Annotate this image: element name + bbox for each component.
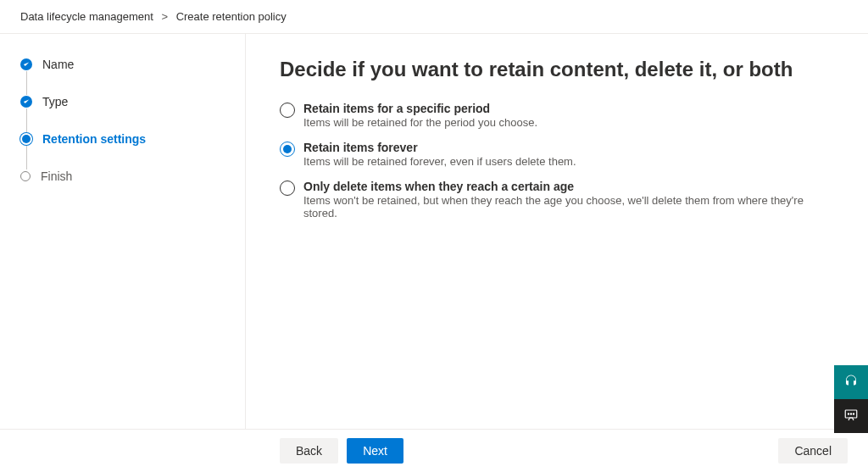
feedback-icon [843,408,859,425]
radio-icon [280,142,295,157]
breadcrumb: Data lifecycle management > Create reten… [0,0,868,34]
option-description: Items will be retained forever, even if … [303,155,576,168]
check-icon [20,96,32,108]
wizard-footer: Back Next Cancel [0,429,868,472]
page-title: Decide if you want to retain content, de… [280,58,834,81]
retention-options: Retain items for a specific period Items… [280,102,834,219]
option-retain-forever[interactable]: Retain items forever Items will be retai… [280,141,834,168]
back-button[interactable]: Back [280,438,338,464]
option-delete-only[interactable]: Only delete items when they reach a cert… [280,180,834,219]
wizard-stepper: Name Type Retention settings Finish [0,34,246,429]
cancel-button[interactable]: Cancel [778,438,848,464]
next-button[interactable]: Next [347,438,403,464]
svg-point-3 [853,413,854,414]
wizard-content: Decide if you want to retain content, de… [246,34,868,429]
step-label: Name [42,58,74,71]
step-label: Type [42,95,68,108]
option-title: Retain items forever [303,141,576,154]
option-description: Items won't be retained, but when they r… [303,194,834,219]
radio-icon [280,180,295,196]
current-step-icon [22,135,31,143]
help-button[interactable] [834,365,868,399]
radio-icon [280,103,295,118]
option-title: Only delete items when they reach a cert… [303,180,834,193]
breadcrumb-separator: > [161,10,168,23]
option-title: Retain items for a specific period [303,102,537,115]
breadcrumb-current: Create retention policy [176,10,287,23]
feedback-button[interactable] [834,399,868,433]
help-actions [834,365,868,433]
breadcrumb-root[interactable]: Data lifecycle management [20,10,153,23]
option-retain-period[interactable]: Retain items for a specific period Items… [280,102,834,129]
svg-point-1 [848,413,849,414]
upcoming-step-icon [20,171,31,181]
check-icon [20,58,32,70]
option-description: Items will be retained for the period yo… [303,116,537,129]
step-name[interactable]: Name [20,58,225,71]
svg-point-2 [850,413,851,414]
step-retention-settings[interactable]: Retention settings [20,132,225,146]
step-finish[interactable]: Finish [20,169,225,183]
step-label: Finish [41,169,72,183]
step-label: Retention settings [42,132,146,146]
headset-icon [843,374,859,391]
step-type[interactable]: Type [20,95,225,108]
